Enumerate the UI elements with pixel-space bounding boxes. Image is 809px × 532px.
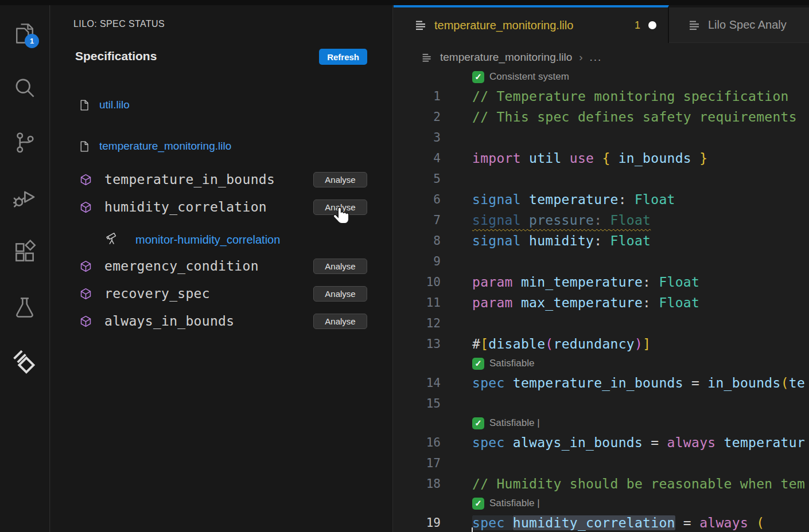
- analyse-button[interactable]: Analyse: [313, 286, 367, 302]
- code-token: always_in_bounds: [513, 435, 651, 450]
- search-icon[interactable]: [0, 60, 49, 115]
- extensions-icon[interactable]: [0, 225, 49, 279]
- code-line-19[interactable]: 19spec humidity_correlation = always (: [394, 513, 809, 532]
- breadcrumb-more[interactable]: ...: [590, 51, 602, 64]
- code-token: }: [699, 151, 707, 166]
- code-token: in_bounds: [610, 151, 700, 166]
- line-number: 4: [394, 151, 470, 165]
- code-line-11[interactable]: 11param max_temperature: Float: [394, 292, 809, 313]
- code-editor-content[interactable]: ✓Consistent system1// Temperature monito…: [394, 68, 809, 532]
- analyse-button[interactable]: Analyse: [313, 259, 367, 274]
- monitor-link-monitor-humidity_correlation[interactable]: monitor-humidity_correlation: [50, 230, 392, 249]
- code-token: import: [472, 151, 529, 166]
- file-name: temperature_monitoring.lilo: [99, 140, 231, 152]
- code-line-8[interactable]: 8signal humidity: Float: [394, 230, 809, 251]
- code-token: Float: [635, 192, 675, 207]
- line-number: 16: [394, 436, 470, 449]
- line-number: 8: [394, 234, 470, 248]
- files-explorer-icon[interactable]: 1: [0, 6, 49, 60]
- line-content: signal temperature: Float: [470, 192, 675, 207]
- code-token: =: [675, 515, 699, 530]
- spec-item-humidity_correlation[interactable]: humidity_correlationAnalyse: [50, 198, 392, 216]
- line-content: signal humidity: Float: [470, 233, 651, 248]
- breadcrumb-file[interactable]: temperature_monitoring.lilo: [440, 51, 572, 64]
- spec-item-recovery_spec[interactable]: recovery_specAnalyse: [50, 285, 392, 302]
- code-token: spec: [472, 375, 513, 390]
- package-cube-icon: [79, 173, 92, 186]
- code-line-17[interactable]: 17: [394, 453, 809, 474]
- code-token: disable: [488, 337, 545, 351]
- analyse-button[interactable]: Analyse: [313, 172, 367, 187]
- line-number: 11: [394, 296, 470, 310]
- code-line-10[interactable]: 10param min_temperature: Float: [394, 272, 809, 292]
- code-line-3[interactable]: 3: [394, 127, 809, 148]
- line-content: signal pressure: Float: [470, 213, 651, 228]
- testing-icon-glyph: [12, 295, 37, 320]
- check-icon: ✓: [472, 498, 484, 510]
- code-token: // Temperature monitoring specification: [472, 89, 789, 104]
- file-list-icon: [421, 52, 433, 64]
- telescope-icon: [105, 232, 122, 248]
- analyse-button[interactable]: Analyse: [313, 200, 367, 215]
- analyse-button[interactable]: Analyse: [313, 314, 367, 329]
- run-debug-icon[interactable]: [0, 170, 49, 224]
- code-token: Float: [659, 275, 699, 290]
- line-number: 18: [394, 477, 470, 491]
- code-token: Float: [610, 213, 651, 228]
- code-line-1[interactable]: 1// Temperature monitoring specification: [394, 86, 809, 107]
- file-icon: [78, 99, 90, 112]
- code-line-6[interactable]: 6signal temperature: Float: [394, 189, 809, 210]
- spec-item-always_in_bounds[interactable]: always_in_boundsAnalyse: [50, 312, 392, 330]
- code-line-4[interactable]: 4import util use { in_bounds }: [394, 148, 809, 169]
- code-line-7[interactable]: 7signal pressure: Float: [394, 210, 809, 230]
- code-line-9[interactable]: 9: [394, 251, 809, 272]
- panel-title: LILO: SPEC STATUS: [73, 19, 165, 29]
- source-control-icon[interactable]: [0, 115, 49, 169]
- code-line-15[interactable]: 15: [394, 393, 809, 414]
- file-item-temperature_monitoring.lilo[interactable]: temperature_monitoring.lilo: [50, 138, 392, 155]
- tab-lilo-spec-analysis[interactable]: Lilo Spec Analy: [669, 5, 809, 43]
- code-line-14[interactable]: 14spec temperature_in_bounds = in_bounds…: [394, 373, 809, 393]
- code-line-13[interactable]: 13#[disable(redundancy)]: [394, 334, 809, 354]
- spec-item-temperature_in_bounds[interactable]: temperature_in_boundsAnalyse: [50, 171, 392, 188]
- code-token: te: [789, 375, 805, 390]
- text-cursor: [472, 527, 473, 532]
- run-debug-icon-glyph: [11, 184, 38, 210]
- code-token: :: [594, 213, 610, 228]
- line-number: 5: [394, 172, 470, 186]
- code-line-5[interactable]: 5: [394, 169, 809, 189]
- spec-name: humidity_correlation: [104, 200, 267, 214]
- code-token: (: [756, 515, 764, 530]
- line-number: 3: [394, 131, 470, 144]
- source-control-icon-glyph: [12, 130, 37, 155]
- code-token: // This spec defines safety requirements: [472, 109, 797, 124]
- code-line-16[interactable]: 16spec always_in_bounds = always tempera…: [394, 432, 809, 453]
- testing-icon[interactable]: [0, 280, 49, 334]
- code-line-12[interactable]: 12: [394, 313, 809, 334]
- spec-name: temperature_in_bounds: [104, 172, 275, 187]
- code-line-2[interactable]: 2// This spec defines safety requirement…: [394, 107, 809, 127]
- code-token: :: [643, 275, 659, 290]
- spec-name: emergency_condition: [104, 259, 259, 273]
- package-cube-icon: [79, 315, 92, 328]
- line-number: 10: [394, 275, 470, 289]
- line-content: param max_temperature: Float: [470, 295, 699, 310]
- line-number: 6: [394, 193, 470, 206]
- decoration-text: Consistent system: [489, 71, 569, 83]
- lilo-extension-icon[interactable]: [0, 335, 49, 389]
- tab-temperature-monitoring[interactable]: temperature_monitoring.lilo 1: [394, 5, 669, 43]
- code-token: #: [472, 337, 480, 351]
- modified-dot-icon[interactable]: [648, 21, 656, 29]
- code-token: pressure: [529, 213, 594, 228]
- tab-problem-badge: 1: [635, 19, 640, 32]
- code-token: min_temperature: [521, 275, 643, 290]
- line-content: spec temperature_in_bounds = in_bounds(t…: [470, 375, 805, 390]
- tab-label: temperature_monitoring.lilo: [434, 19, 573, 32]
- file-item-util.lilo[interactable]: util.lilo: [50, 96, 392, 114]
- package-cube-icon: [79, 287, 92, 300]
- code-line-18[interactable]: 18// Humidity should be reasonable when …: [394, 474, 809, 494]
- spec-item-emergency_condition[interactable]: emergency_conditionAnalyse: [50, 257, 392, 275]
- refresh-button[interactable]: Refresh: [319, 49, 367, 65]
- breadcrumb[interactable]: temperature_monitoring.lilo › ...: [394, 48, 602, 66]
- code-token: (: [545, 337, 553, 351]
